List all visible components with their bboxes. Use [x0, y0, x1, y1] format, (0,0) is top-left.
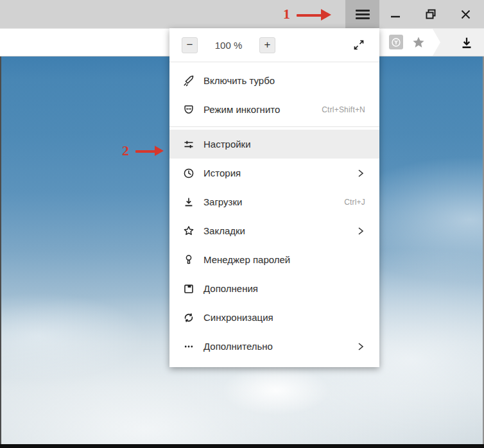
titlebar: [0, 0, 484, 28]
hamburger-icon: [356, 10, 370, 19]
annotation-step-1: 1: [283, 7, 290, 21]
menu-item-label: Загрузки: [203, 196, 242, 207]
annotation-arrow-2: [135, 146, 164, 156]
chevron-right-icon: [356, 226, 365, 236]
zoom-controls: − 100 % +: [169, 28, 379, 62]
menu-item-label: Менеджер паролей: [203, 254, 290, 265]
settings-sliders-icon: [182, 138, 195, 151]
incognito-mask-icon: [182, 103, 195, 116]
protect-badge-button[interactable]: [389, 35, 403, 49]
menu-item-label: История: [203, 168, 241, 178]
menu-list: Включить турбо Режим инкогнито Ctrl+Shif…: [169, 62, 379, 367]
close-icon: [460, 9, 471, 20]
address-bar-tip: [428, 29, 440, 56]
menu-item-settings[interactable]: Настройки: [169, 130, 379, 159]
menu-item-label: Дополнительно: [203, 341, 273, 352]
chevron-right-icon: [356, 168, 365, 178]
browser-menu: − 100 % + Включить турбо Режим и: [169, 28, 379, 367]
menu-item-addons[interactable]: Дополнения: [169, 274, 379, 303]
annotation-number: 2: [122, 142, 129, 159]
menu-item-label: Дополнения: [203, 283, 258, 294]
menu-item-incognito[interactable]: Режим инкогнито Ctrl+Shift+N: [169, 95, 379, 124]
more-dots-icon: [182, 340, 195, 353]
zoom-in-button[interactable]: +: [259, 37, 275, 53]
addons-box-icon: [182, 282, 195, 295]
annotation-arrow-1: [297, 9, 331, 21]
downloads-toolbar-button[interactable]: [458, 35, 475, 51]
menu-item-shortcut: Ctrl+Shift+N: [322, 105, 365, 114]
password-key-icon: [182, 254, 195, 266]
menu-item-history[interactable]: История: [169, 159, 379, 187]
bookmark-star-button[interactable]: [411, 35, 426, 49]
menu-item-more[interactable]: Дополнительно: [169, 332, 379, 361]
menu-item-bookmarks[interactable]: Закладки: [169, 216, 379, 245]
bookmarks-star-icon: [182, 225, 195, 237]
minimize-icon: [390, 9, 401, 19]
restore-icon: [424, 8, 437, 21]
sync-arrows-icon: [182, 311, 195, 324]
minimize-button[interactable]: [385, 0, 406, 28]
annotation-step-2: 2: [122, 144, 129, 158]
download-icon: [458, 35, 475, 51]
downloads-arrow-icon: [182, 196, 195, 209]
zoom-out-button[interactable]: −: [182, 37, 198, 53]
browser-menu-button[interactable]: [345, 0, 379, 28]
menu-item-turbo[interactable]: Включить турбо: [169, 66, 379, 95]
history-clock-icon: [182, 167, 195, 180]
protect-y-icon: [390, 37, 402, 48]
menu-item-password-manager[interactable]: Менеджер паролей: [169, 245, 379, 274]
close-button[interactable]: [454, 0, 476, 28]
fullscreen-button[interactable]: [352, 38, 366, 52]
annotation-number: 1: [283, 6, 290, 22]
menu-item-shortcut: Ctrl+J: [344, 198, 365, 207]
menu-item-sync[interactable]: Синхронизация: [169, 303, 379, 332]
menu-divider: [169, 126, 379, 127]
turbo-rocket-icon: [182, 74, 195, 87]
menu-item-label: Закладки: [203, 225, 245, 236]
menu-item-label: Включить турбо: [203, 75, 275, 86]
fullscreen-expand-icon: [352, 39, 365, 51]
window-border-bottom: [0, 444, 484, 448]
menu-item-downloads[interactable]: Загрузки Ctrl+J: [169, 187, 379, 216]
menu-item-label: Настройки: [203, 139, 251, 150]
menu-item-label: Режим инкогнито: [203, 104, 280, 115]
star-icon: [411, 35, 426, 49]
browser-window: − 100 % + Включить турбо Режим и: [0, 0, 484, 448]
chevron-right-icon: [356, 341, 365, 352]
restore-button[interactable]: [420, 0, 442, 28]
zoom-level: 100 %: [198, 40, 259, 51]
menu-item-label: Синхронизация: [203, 312, 273, 323]
window-border-left: [0, 56, 1, 445]
